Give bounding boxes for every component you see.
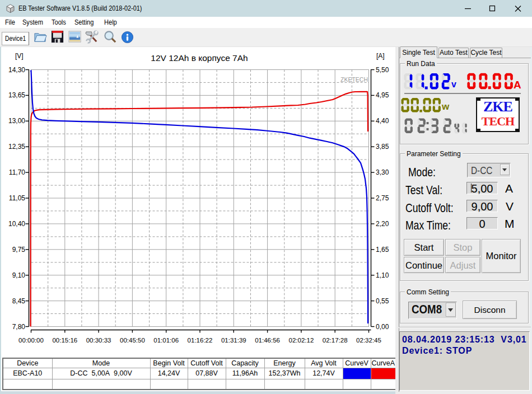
svg-text:w: w [441, 101, 450, 112]
svg-text:A: A [514, 79, 521, 91]
svg-text:v: v [451, 79, 456, 89]
